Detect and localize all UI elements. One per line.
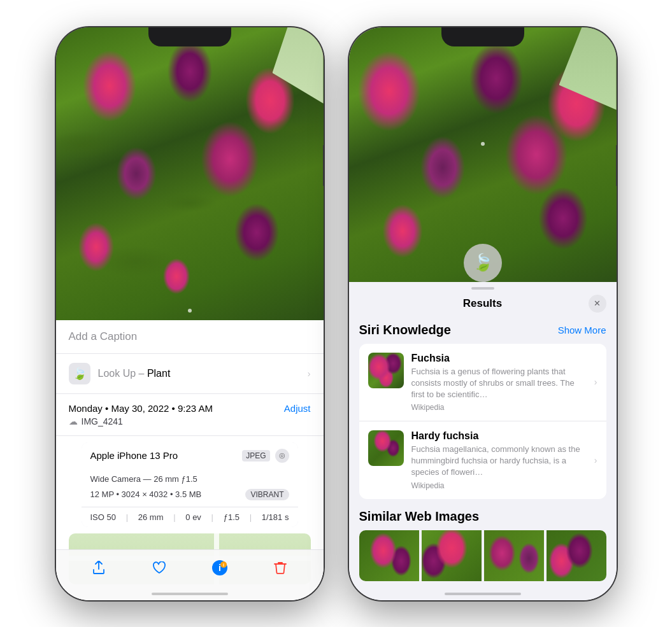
- list-item[interactable]: Hardy fuchsia Fuchsia magellanica, commo…: [359, 421, 606, 499]
- adjust-button[interactable]: Adjust: [284, 403, 311, 414]
- cloud-icon: ☁: [69, 416, 78, 426]
- thumb-image: [368, 353, 404, 388]
- trash-icon: [274, 561, 287, 579]
- hardy-source: Wikipedia: [411, 481, 587, 490]
- results-panel: Results ✕ Siri Knowledge Show More: [349, 282, 617, 600]
- hardy-thumbnail: [368, 430, 404, 466]
- siri-leaf-icon: 🍃: [473, 253, 493, 272]
- heart-icon: [152, 561, 166, 578]
- left-phone: Add a Caption 🍃 Look Up – Plant › Monday…: [56, 27, 324, 600]
- flower-image: [56, 27, 324, 320]
- aperture-value: ƒ1.5: [224, 512, 239, 522]
- fuchsia-content: Fuchsia Fuchsia is a genus of flowering …: [411, 353, 587, 412]
- format-badge: JPEG: [242, 450, 269, 461]
- results-title: Results: [463, 297, 502, 310]
- fuchsia-desc: Fuchsia is a genus of flowering plants t…: [411, 366, 587, 401]
- filename-row: ☁ IMG_4241: [69, 416, 311, 426]
- info-button[interactable]: i i: [206, 556, 234, 584]
- siri-knowledge-title: Siri Knowledge: [359, 323, 451, 337]
- right-phone: 🍃 Results ✕ Siri Knowledge: [349, 27, 617, 600]
- similar-section: Similar Web Images: [359, 509, 606, 581]
- chevron-icon: ›: [594, 377, 597, 387]
- right-screen: 🍃 Results ✕ Siri Knowledge: [349, 27, 617, 600]
- fuchsia-thumbnail: [368, 353, 404, 388]
- caption-row[interactable]: Add a Caption: [56, 320, 324, 354]
- lookup-label: Look Up – Plant: [98, 368, 171, 379]
- hardy-desc: Fuchsia magellanica, commonly known as t…: [411, 444, 587, 479]
- similar-image-1[interactable]: [359, 530, 419, 581]
- left-screen: Add a Caption 🍃 Look Up – Plant › Monday…: [56, 27, 324, 600]
- close-icon: ✕: [594, 299, 601, 308]
- similar-image-4[interactable]: [547, 530, 606, 581]
- thumb-image-2: [368, 430, 404, 466]
- device-section: Apple iPhone 13 Pro JPEG ◎ Wide Camera —…: [82, 442, 298, 527]
- phone-notch: [148, 27, 231, 46]
- lookup-row[interactable]: 🍃 Look Up – Plant ›: [56, 354, 324, 394]
- svg-text:i: i: [223, 563, 224, 567]
- siri-circle: 🍃: [464, 244, 502, 282]
- device-name: Apple iPhone 13 Pro: [90, 450, 178, 461]
- results-body[interactable]: Siri Knowledge Show More Fuchsia Fuchsia…: [349, 318, 617, 600]
- home-bar-right: [445, 593, 521, 595]
- iso-value: ISO 50: [90, 512, 116, 522]
- similar-image-3[interactable]: [484, 530, 544, 581]
- device-wrapper: Apple iPhone 13 Pro JPEG ◎ Wide Camera —…: [56, 436, 324, 527]
- results-header: Results ✕: [349, 290, 617, 318]
- shutter-value: 1/181 s: [262, 512, 289, 522]
- share-button[interactable]: [85, 556, 113, 584]
- lens-icon: ◎: [275, 449, 289, 463]
- lookup-chevron: ›: [308, 369, 311, 379]
- similar-title: Similar Web Images: [359, 509, 606, 524]
- exif-row: ISO 50 | 26 mm | 0 ev | ƒ1.5 | 1/181 s: [82, 507, 298, 527]
- focal-value: 26 mm: [138, 512, 164, 522]
- fuchsia-source: Wikipedia: [411, 403, 587, 412]
- resolution-text: 12 MP • 3024 × 4032 • 3.5 MB: [90, 490, 202, 499]
- photo-date: Monday • May 30, 2022 • 9:23 AM: [69, 403, 213, 414]
- knowledge-card: Fuchsia Fuchsia is a genus of flowering …: [359, 344, 606, 499]
- similar-image-2[interactable]: [422, 530, 482, 581]
- metadata-section: Monday • May 30, 2022 • 9:23 AM Adjust ☁…: [56, 394, 324, 436]
- device-badges: JPEG ◎: [242, 449, 289, 463]
- hardy-name: Hardy fuchsia: [411, 430, 587, 442]
- chevron-icon-2: ›: [594, 455, 597, 465]
- photo-view[interactable]: [56, 27, 324, 320]
- siri-overlay: 🍃: [481, 136, 485, 146]
- hardy-content: Hardy fuchsia Fuchsia magellanica, commo…: [411, 430, 587, 490]
- delete-button[interactable]: [266, 556, 294, 584]
- filename: IMG_4241: [82, 416, 123, 426]
- info-icon: i i: [211, 560, 228, 580]
- share-icon: [92, 561, 106, 579]
- resolution-row: 12 MP • 3024 × 4032 • 3.5 MB VIBRANT: [82, 486, 298, 507]
- show-more-button[interactable]: Show More: [558, 325, 606, 335]
- camera-spec: Wide Camera — 26 mm ƒ1.5: [90, 474, 197, 484]
- camera-row: Wide Camera — 26 mm ƒ1.5: [82, 469, 298, 486]
- fuchsia-name: Fuchsia: [411, 353, 587, 364]
- siri-indicator: [481, 142, 485, 146]
- siri-knowledge-header: Siri Knowledge Show More: [359, 323, 606, 337]
- caption-placeholder: Add a Caption: [69, 330, 138, 342]
- vibrant-badge: VIBRANT: [245, 489, 289, 500]
- phone-notch-right: [441, 27, 524, 46]
- home-bar: [152, 593, 228, 595]
- list-item[interactable]: Fuchsia Fuchsia is a genus of flowering …: [359, 344, 606, 421]
- leaf-icon: 🍃: [69, 363, 90, 384]
- photo-dot: [188, 309, 192, 313]
- similar-images-grid[interactable]: [359, 530, 606, 581]
- photo-view-right: 🍃: [349, 27, 617, 282]
- device-row: Apple iPhone 13 Pro JPEG ◎: [82, 442, 298, 469]
- like-button[interactable]: [145, 556, 173, 584]
- ev-value: 0 ev: [185, 512, 201, 522]
- close-button[interactable]: ✕: [589, 295, 606, 313]
